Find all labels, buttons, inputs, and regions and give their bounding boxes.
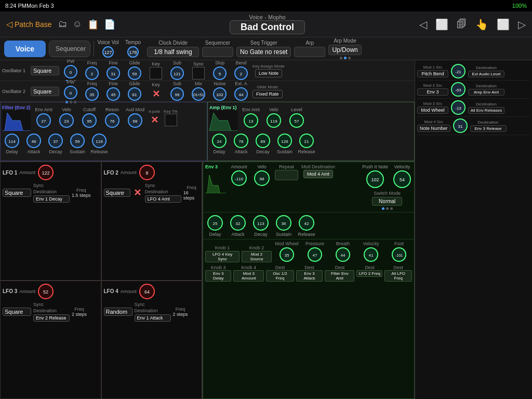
osc2-extA-knob[interactable]: 44 — [234, 87, 248, 101]
key-assign-value[interactable]: Low Note — [255, 69, 282, 77]
mod4-amt-knob[interactable]: 31 — [453, 118, 468, 134]
back-button[interactable]: ◁ Patch Base — [6, 19, 52, 29]
lfo1-amount-knob[interactable]: 122 — [37, 164, 54, 181]
filter-aud-mod-knob[interactable]: 68 — [127, 113, 143, 128]
filter-cutoff-knob[interactable]: 95 — [82, 113, 97, 128]
filter-reson-knob[interactable]: 76 — [104, 113, 120, 128]
icon-new[interactable]: 🗐 — [457, 18, 467, 30]
mod2-amt-knob[interactable]: -63 — [450, 82, 466, 97]
osc2-pw-knob[interactable]: 0 — [63, 85, 78, 100]
icon-share[interactable]: 👆 — [475, 18, 488, 31]
lfo3-amount-knob[interactable]: 52 — [37, 283, 54, 300]
osc1-slop-knob[interactable]: 5 — [212, 66, 227, 81]
mod2-dest-value[interactable]: Amp Env Amt — [468, 89, 504, 96]
knob2-dest[interactable]: Mod 2 Source — [242, 251, 272, 262]
sequencer-button[interactable]: Sequencer — [49, 41, 90, 57]
filter-release-knob[interactable]: 119 — [91, 133, 107, 149]
mod3-amt-knob[interactable]: -13 — [450, 100, 466, 115]
filter-delay-knob[interactable]: 114 — [4, 133, 20, 149]
lfo2-keysync-x[interactable]: ✕ — [132, 187, 143, 198]
mod4-src-value[interactable]: Note Number — [417, 125, 450, 132]
osc1-bend-knob[interactable]: 2 — [234, 66, 248, 81]
knob3-dest[interactable]: Env 3 Delay — [205, 270, 231, 282]
mod3-dest-value[interactable]: All Env Releases — [468, 107, 504, 114]
osc1-waveform[interactable]: Square — [31, 66, 59, 75]
osc1-key-checkbox[interactable] — [150, 67, 162, 79]
amp-velo-knob[interactable]: 119 — [266, 113, 282, 128]
amp-attack-knob[interactable]: 78 — [233, 133, 249, 149]
lfo3-dest-value[interactable]: Env 2 Release — [33, 314, 70, 322]
osc2-glide-knob[interactable]: 81 — [127, 87, 142, 101]
osc2-noise-knob[interactable]: 102 — [212, 87, 227, 101]
env3-attack-knob[interactable]: 32 — [230, 215, 246, 231]
icon-save[interactable]: ⬜ — [435, 18, 448, 31]
velocity-dest-value[interactable]: LFO 2 Freq — [356, 270, 382, 277]
amp-env-amt-knob[interactable]: 13 — [243, 113, 259, 128]
icon-face[interactable]: ☺ — [73, 19, 82, 30]
env3-delay-knob[interactable]: 25 — [207, 215, 223, 231]
amp-sustain-knob[interactable]: 126 — [277, 133, 292, 149]
icon-compare[interactable]: ⬜ — [497, 18, 510, 31]
lfo3-waveform[interactable]: Square — [3, 308, 31, 316]
push-velocity-knob[interactable]: 54 — [393, 170, 411, 189]
amp-level-knob[interactable]: 57 — [289, 113, 304, 128]
breath-knob[interactable]: 44 — [335, 247, 351, 262]
mod2-src-value[interactable]: Env 3 — [417, 88, 448, 96]
arp-mode-value[interactable]: Up/Down — [328, 45, 361, 55]
lfo2-amount-knob[interactable]: 8 — [139, 164, 155, 181]
push-note-knob[interactable]: 102 — [366, 170, 384, 189]
osc1-freq-knob[interactable]: 2 — [85, 66, 99, 81]
foot-dest-value[interactable]: All LFO Freq — [384, 270, 412, 282]
lfo4-amount-knob[interactable]: 64 — [139, 283, 155, 300]
osc2-sub-knob[interactable]: 99 — [170, 87, 184, 101]
icon-copy[interactable]: 📄 — [104, 19, 115, 30]
nav-next[interactable]: ▷ — [518, 18, 526, 31]
osc2-mix-knob[interactable]: O1+51 — [191, 87, 206, 101]
osc1-fine-knob[interactable]: 31 — [106, 66, 121, 81]
filter-decay-knob[interactable]: 37 — [48, 133, 63, 149]
filter-keytrk-checkbox[interactable] — [165, 114, 177, 126]
push-switch-mode-value[interactable]: Normal — [372, 197, 402, 206]
amp-decay-knob[interactable]: 89 — [255, 133, 271, 149]
env3-decay-knob[interactable]: 113 — [252, 215, 269, 231]
velocity-knob[interactable]: 41 — [363, 247, 379, 262]
osc1-sub-knob[interactable]: 121 — [170, 66, 184, 81]
amp-release-knob[interactable]: 21 — [299, 133, 314, 149]
mod1-dest-value[interactable]: Ext Audio Level — [468, 71, 504, 77]
env3-release-knob[interactable]: 42 — [298, 215, 315, 231]
mod1-amt-knob[interactable]: -21 — [450, 63, 466, 79]
voice-button[interactable]: Voice — [4, 41, 46, 57]
osc2-freq-knob[interactable]: 35 — [85, 87, 99, 101]
modwheel-knob[interactable]: 35 — [279, 247, 295, 262]
lfo2-waveform[interactable]: Square — [104, 189, 130, 197]
osc2-waveform[interactable]: Square — [31, 87, 59, 96]
pressure-dest-value[interactable]: Env 3 Attack — [296, 270, 323, 282]
osc1-glide-knob[interactable]: 59 — [127, 66, 142, 81]
amp-delay-knob[interactable]: 24 — [211, 133, 227, 149]
nav-prev[interactable]: ◁ — [419, 18, 427, 31]
env3-sustain-knob[interactable]: 36 — [275, 215, 292, 231]
icon-doc[interactable]: 📋 — [87, 19, 99, 30]
env3-velo-knob[interactable]: 98 — [254, 170, 270, 187]
mod1-src-value[interactable]: Pitch Bend — [417, 70, 448, 77]
filter-attack-knob[interactable]: 46 — [26, 133, 42, 149]
lfo4-dest-value[interactable]: Env 1 Attack — [135, 314, 171, 322]
filter-sustain-knob[interactable]: 59 — [70, 133, 85, 149]
env3-repeat-value[interactable] — [275, 170, 298, 180]
lfo1-waveform[interactable]: Square — [3, 189, 31, 197]
mod4-dest-value[interactable]: Env 3 Release — [470, 125, 507, 132]
clock-divide-value[interactable]: 1/8 half swing — [147, 47, 199, 57]
lfo1-dest-value[interactable]: Env 1 Decay — [33, 195, 70, 203]
foot-knob[interactable]: -101 — [391, 247, 407, 262]
sequencer-value[interactable] — [202, 47, 233, 57]
knob1-dest[interactable]: LFO 4 Key Sync — [205, 251, 240, 262]
lfo2-dest-value[interactable]: LFO 4 Amt — [145, 195, 181, 203]
osc2-key-x[interactable]: ✕ — [150, 88, 162, 100]
breath-dest-value[interactable]: Filter Env Amt — [325, 270, 354, 282]
modwheel-dest-value[interactable]: Osc 1/2 Freq — [266, 270, 294, 282]
icon-folder[interactable]: 🗂 — [58, 19, 68, 30]
seq-trigger-value[interactable]: No Gate no reset — [236, 47, 291, 57]
filter-pole-x[interactable]: ✕ — [148, 114, 161, 126]
filter-env-amt-knob[interactable]: 27 — [36, 113, 51, 128]
pressure-knob[interactable]: 47 — [307, 247, 323, 262]
